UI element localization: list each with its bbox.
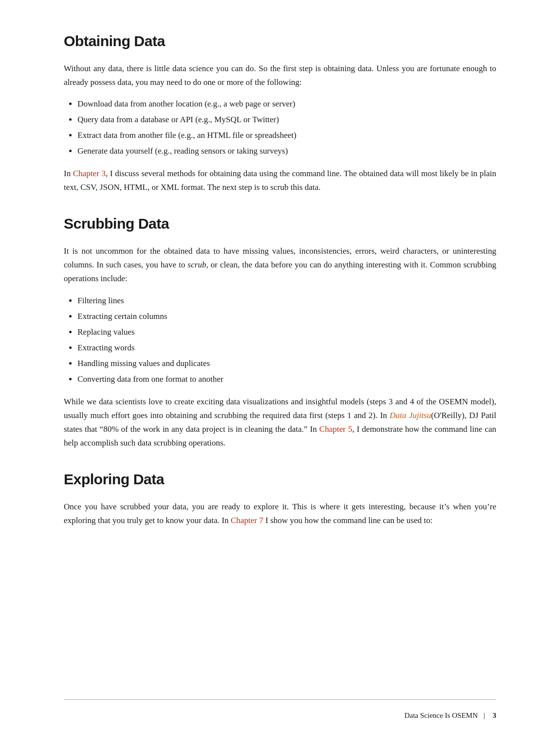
chapter-3-link[interactable]: Chapter 3 [73, 169, 106, 178]
page: Obtaining Data Without any data, there i… [0, 0, 560, 736]
chapter-7-link[interactable]: Chapter 7 [230, 516, 263, 525]
exploring-intro-para: Once you have scrubbed your data, you ar… [64, 500, 496, 527]
list-item: Filtering lines [77, 294, 496, 308]
footer-pipe: | [482, 711, 485, 719]
list-item: Converting data from one format to anoth… [77, 372, 496, 386]
footer-title: Data Science Is OSEMN [405, 711, 478, 719]
chapter-5-link[interactable]: Chapter 5 [319, 424, 352, 434]
footer-rule [64, 699, 496, 700]
list-item: Extracting words [77, 341, 496, 355]
section-heading-obtaining: Obtaining Data [64, 29, 496, 53]
list-item: Replacing values [77, 325, 496, 339]
list-item: Download data from another location (e.g… [77, 97, 496, 111]
scrubbing-followup-para: While we data scientists love to create … [64, 395, 496, 450]
list-item: Generate data yourself (e.g., reading se… [77, 144, 496, 158]
obtaining-bullets: Download data from another location (e.g… [77, 97, 496, 158]
obtaining-intro-para: Without any data, there is little data s… [64, 62, 496, 89]
list-item: Extracting certain columns [77, 310, 496, 323]
scrub-italic: scrub [188, 260, 206, 269]
footer-text: Data Science Is OSEMN | 3 [405, 710, 496, 721]
obtaining-followup-para: In Chapter 3, I discuss several methods … [64, 167, 496, 194]
section-heading-scrubbing: Scrubbing Data [64, 212, 496, 236]
list-item: Extract data from another file (e.g., an… [77, 129, 496, 142]
section-heading-exploring: Exploring Data [64, 468, 496, 491]
list-item: Handling missing values and duplicates [77, 357, 496, 370]
footer-page-number: 3 [493, 711, 497, 719]
list-item: Query data from a database or API (e.g.,… [77, 113, 496, 127]
data-jujitsu-link[interactable]: Data Jujitsu [390, 411, 432, 420]
scrubbing-bullets: Filtering lines Extracting certain colum… [77, 294, 496, 386]
scrubbing-intro-para: It is not uncommon for the obtained data… [64, 244, 496, 286]
